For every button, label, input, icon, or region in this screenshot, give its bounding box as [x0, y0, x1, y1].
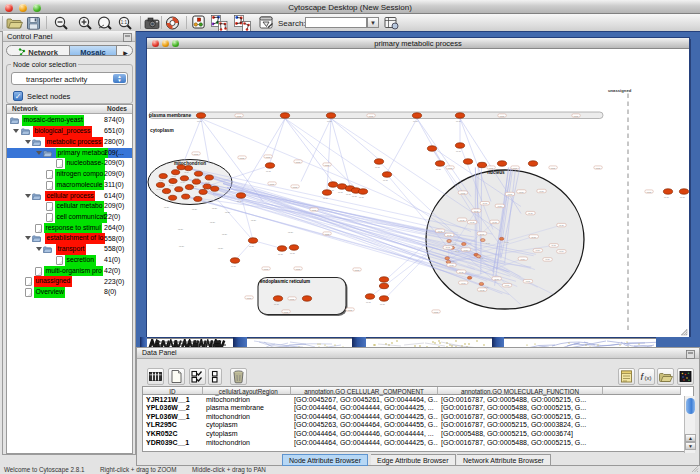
svg-text:[n.a]: [n.a]	[513, 167, 518, 169]
svg-text:[n.a]: [n.a]	[375, 166, 380, 169]
svg-text:[n.a]: [n.a]	[461, 192, 466, 194]
svg-text:[n.a]: [n.a]	[195, 177, 200, 179]
svg-text:[n.a]: [n.a]	[237, 115, 242, 117]
svg-text:[n.a]: [n.a]	[159, 179, 164, 181]
svg-text:[n.a]: [n.a]	[359, 196, 364, 199]
svg-text:[n.a]: [n.a]	[290, 252, 295, 255]
svg-text:[n.a]: [n.a]	[222, 233, 227, 236]
svg-text:[n.a]: [n.a]	[293, 186, 298, 188]
svg-text:[n.a]: [n.a]	[450, 260, 454, 262]
svg-text:[n.a]: [n.a]	[480, 289, 485, 291]
svg-text:[n.a]: [n.a]	[284, 311, 289, 313]
svg-text:[n.a]: [n.a]	[290, 298, 295, 300]
svg-text:[n.a]: [n.a]	[247, 297, 252, 299]
svg-text:[n.a]: [n.a]	[526, 280, 531, 282]
svg-text:[n.a]: [n.a]	[383, 179, 388, 182]
svg-text:[n.a]: [n.a]	[278, 253, 283, 256]
svg-text:cytoplasm: cytoplasm	[150, 128, 174, 133]
svg-text:[n.a]: [n.a]	[274, 303, 279, 306]
svg-text:[n.a]: [n.a]	[447, 234, 452, 236]
svg-text:[n.a]: [n.a]	[355, 269, 360, 271]
svg-text:[n.a]: [n.a]	[266, 170, 271, 173]
svg-text:[n.a]: [n.a]	[251, 219, 256, 222]
svg-text:[n.a]: [n.a]	[474, 210, 479, 212]
svg-text:[n.a]: [n.a]	[327, 120, 332, 123]
svg-text:[n.a]: [n.a]	[494, 278, 499, 280]
svg-text:[n.a]: [n.a]	[296, 161, 301, 163]
svg-text:[n.a]: [n.a]	[596, 167, 601, 169]
svg-text:[n.a]: [n.a]	[231, 265, 236, 268]
svg-text:[n.a]: [n.a]	[438, 230, 443, 232]
svg-text:[n.a]: [n.a]	[500, 115, 505, 117]
svg-text:[n.a]: [n.a]	[559, 224, 564, 226]
svg-text:[n.a]: [n.a]	[169, 184, 174, 186]
svg-text:endoplasmic reticulum: endoplasmic reticulum	[260, 279, 310, 284]
svg-text:[n.a]: [n.a]	[484, 286, 488, 288]
svg-text:[n.a]: [n.a]	[264, 268, 269, 270]
svg-text:[n.a]: [n.a]	[456, 150, 461, 153]
svg-text:[n.a]: [n.a]	[225, 211, 230, 214]
svg-text:[n.a]: [n.a]	[210, 221, 215, 224]
svg-text:nucleus: nucleus	[487, 170, 505, 175]
svg-text:[n.a]: [n.a]	[366, 301, 371, 304]
svg-text:[n.a]: [n.a]	[461, 282, 466, 284]
svg-text:[n.a]: [n.a]	[449, 264, 454, 266]
svg-text:[n.a]: [n.a]	[446, 246, 451, 248]
svg-text:[n.a]: [n.a]	[157, 188, 162, 190]
svg-text:[n.a]: [n.a]	[680, 196, 685, 199]
svg-text:[n.a]: [n.a]	[380, 303, 385, 306]
svg-text:[n.a]: [n.a]	[205, 181, 210, 183]
svg-text:[n.a]: [n.a]	[288, 231, 293, 234]
svg-text:[n.a]: [n.a]	[551, 244, 556, 246]
svg-text:[n.a]: [n.a]	[574, 115, 579, 117]
svg-text:[n.a]: [n.a]	[664, 196, 669, 199]
svg-text:[n.a]: [n.a]	[519, 191, 524, 193]
svg-text:[n.a]: [n.a]	[338, 191, 343, 194]
svg-text:[n.a]: [n.a]	[483, 202, 488, 204]
svg-text:[n.a]: [n.a]	[325, 164, 330, 166]
svg-text:[n.a]: [n.a]	[559, 250, 564, 252]
svg-text:[n.a]: [n.a]	[434, 311, 439, 313]
svg-text:[n.a]: [n.a]	[508, 193, 513, 195]
svg-text:[n.a]: [n.a]	[413, 120, 418, 123]
svg-text:[n.a]: [n.a]	[352, 195, 357, 198]
svg-text:[n.a]: [n.a]	[249, 245, 254, 248]
svg-text:[n.a]: [n.a]	[647, 191, 652, 193]
svg-text:[n.a]: [n.a]	[212, 207, 217, 210]
svg-text:[n.a]: [n.a]	[528, 212, 533, 214]
svg-text:[n.a]: [n.a]	[312, 209, 317, 211]
svg-text:[n.a]: [n.a]	[531, 236, 536, 238]
svg-text:[n.a]: [n.a]	[448, 167, 453, 169]
svg-text:[n.a]: [n.a]	[237, 200, 242, 203]
svg-text:[n.a]: [n.a]	[325, 233, 330, 235]
svg-text:[n.a]: [n.a]	[218, 247, 223, 250]
svg-text:[n.a]: [n.a]	[270, 183, 275, 185]
svg-text:unassigned: unassigned	[608, 88, 632, 93]
svg-text:[n.a]: [n.a]	[498, 205, 503, 207]
svg-text:[n.a]: [n.a]	[296, 268, 301, 270]
svg-text:[n.a]: [n.a]	[470, 221, 475, 223]
svg-text:[n.a]: [n.a]	[460, 219, 465, 221]
svg-text:[n.a]: [n.a]	[180, 181, 185, 183]
svg-text:[n.a]: [n.a]	[459, 271, 464, 273]
svg-text:[n.a]: [n.a]	[456, 120, 461, 123]
svg-text:[n.a]: [n.a]	[346, 193, 351, 196]
svg-text:plasma membrane: plasma membrane	[149, 113, 191, 118]
svg-text:[n.a]: [n.a]	[539, 190, 544, 192]
svg-text:[n.a]: [n.a]	[323, 197, 328, 200]
svg-text:[n.a]: [n.a]	[455, 250, 459, 252]
svg-text:[n.a]: [n.a]	[266, 156, 271, 158]
svg-text:[n.a]: [n.a]	[492, 221, 497, 223]
svg-text:[n.a]: [n.a]	[536, 249, 541, 251]
svg-text:(x): (x)	[645, 375, 652, 381]
svg-text:[n.a]: [n.a]	[172, 175, 177, 177]
svg-text:[n.a]: [n.a]	[452, 243, 456, 245]
svg-text:[n.a]: [n.a]	[489, 167, 494, 169]
svg-text:[n.a]: [n.a]	[505, 284, 510, 286]
svg-text:[n.a]: [n.a]	[179, 245, 184, 248]
svg-text:[n.a]: [n.a]	[240, 157, 245, 159]
svg-text:[n.a]: [n.a]	[480, 233, 485, 235]
svg-text:[n.a]: [n.a]	[521, 258, 526, 260]
svg-text:[n.a]: [n.a]	[436, 168, 441, 171]
svg-text:[n.a]: [n.a]	[464, 249, 469, 251]
